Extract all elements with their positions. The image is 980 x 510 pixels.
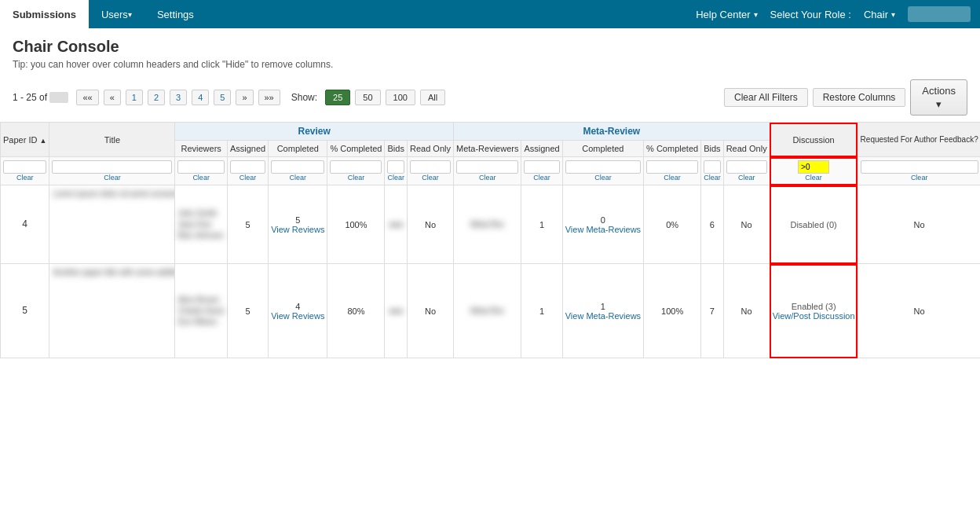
- nav-tab-submissions[interactable]: Submissions: [0, 0, 89, 28]
- filter-meta-reviewers-input[interactable]: [456, 160, 518, 174]
- filter-discussion[interactable]: Clear: [770, 157, 858, 185]
- filter-meta-readonly-clear[interactable]: Clear: [726, 174, 767, 182]
- filter-review-pct-clear[interactable]: Clear: [330, 174, 382, 182]
- filter-meta-bids-input[interactable]: [704, 160, 721, 174]
- cell-meta-readonly-5: No: [723, 264, 770, 358]
- filter-meta-pct-input[interactable]: [646, 160, 698, 174]
- cell-review-assigned-4: 5: [227, 185, 268, 264]
- show-100-btn[interactable]: 100: [386, 90, 415, 105]
- cell-meta-reviewers-4: Meta Rev: [453, 185, 521, 264]
- filter-title-input[interactable]: [52, 160, 172, 174]
- restore-columns-btn[interactable]: Restore Columns: [813, 88, 906, 107]
- filter-review-assigned[interactable]: Clear: [227, 157, 268, 185]
- filter-meta-bids-clear[interactable]: Clear: [704, 174, 721, 182]
- filter-meta-assigned[interactable]: Clear: [521, 157, 562, 185]
- col-review-completed[interactable]: Completed: [269, 141, 327, 157]
- col-paper-id[interactable]: Paper ID ▲: [1, 123, 49, 157]
- page-2-btn[interactable]: 2: [148, 90, 165, 105]
- page-5-btn[interactable]: 5: [214, 90, 231, 105]
- nav-tab-settings[interactable]: Settings: [144, 0, 207, 28]
- next-page-btn[interactable]: »: [236, 90, 253, 105]
- filter-requested-author-input[interactable]: [861, 160, 978, 174]
- filter-reviewers[interactable]: Clear: [175, 157, 227, 185]
- clear-filters-btn[interactable]: Clear All Filters: [724, 88, 808, 107]
- filter-meta-assigned-clear[interactable]: Clear: [524, 174, 559, 182]
- col-review-assigned[interactable]: Assigned: [227, 141, 268, 157]
- filter-review-bids[interactable]: Clear: [385, 157, 408, 185]
- filter-reviewers-input[interactable]: [177, 160, 224, 174]
- filter-requested-author-clear[interactable]: Clear: [861, 174, 978, 182]
- show-25-btn[interactable]: 25: [325, 90, 350, 105]
- show-all-btn[interactable]: All: [420, 90, 445, 105]
- cell-meta-reviewers-5: Meta Rev: [453, 264, 521, 358]
- filter-meta-assigned-input[interactable]: [524, 160, 559, 174]
- col-review-readonly[interactable]: Read Only: [407, 141, 453, 157]
- filter-meta-readonly[interactable]: Clear: [723, 157, 770, 185]
- view-post-discussion-link-5[interactable]: View/Post Discussion: [773, 311, 855, 321]
- filter-review-assigned-clear[interactable]: Clear: [230, 174, 265, 182]
- view-meta-reviews-link-5[interactable]: View Meta-Reviews: [565, 311, 641, 321]
- col-discussion[interactable]: Discussion: [770, 123, 858, 157]
- role-dropdown[interactable]: Chair ▾: [864, 9, 895, 20]
- blurred-reviewers-5: Alice BrownCharlie DavisEve Wilson: [177, 295, 224, 328]
- page-4-btn[interactable]: 4: [192, 90, 209, 105]
- filter-discussion-clear[interactable]: Clear: [773, 174, 855, 182]
- help-center-dropdown[interactable]: Help Center ▾: [696, 9, 757, 20]
- col-reviewers[interactable]: Reviewers: [175, 141, 227, 157]
- nav-tab-users[interactable]: Users ▾: [89, 0, 144, 28]
- paper-id-link-4[interactable]: 4: [22, 219, 27, 230]
- col-meta-pct[interactable]: % Completed: [644, 141, 701, 157]
- cell-review-completed-4: 5 View Reviews: [269, 185, 327, 264]
- first-page-btn[interactable]: ««: [76, 90, 98, 105]
- cell-meta-pct-4: 0%: [644, 185, 701, 264]
- filter-review-completed-input[interactable]: [271, 160, 324, 174]
- filter-meta-completed[interactable]: Clear: [562, 157, 643, 185]
- col-title[interactable]: Title: [49, 123, 175, 157]
- paper-id-link-5[interactable]: 5: [22, 306, 27, 317]
- filter-meta-pct[interactable]: Clear: [644, 157, 701, 185]
- filter-review-pct-input[interactable]: [330, 160, 382, 174]
- col-meta-completed[interactable]: Completed: [562, 141, 643, 157]
- filter-meta-readonly-input[interactable]: [726, 160, 767, 174]
- col-meta-readonly[interactable]: Read Only: [723, 141, 770, 157]
- filter-review-bids-input[interactable]: [387, 160, 404, 174]
- col-review-pct[interactable]: % Completed: [327, 141, 385, 157]
- filter-meta-completed-input[interactable]: [565, 160, 641, 174]
- col-meta-bids[interactable]: Bids: [701, 141, 724, 157]
- filter-review-readonly[interactable]: Clear: [407, 157, 453, 185]
- filter-review-completed-clear[interactable]: Clear: [271, 174, 324, 182]
- filter-meta-pct-clear[interactable]: Clear: [646, 174, 698, 182]
- filter-review-readonly-input[interactable]: [410, 160, 451, 174]
- filter-requested-author[interactable]: Clear: [858, 157, 980, 185]
- filter-meta-reviewers[interactable]: Clear: [453, 157, 521, 185]
- view-reviews-link-4[interactable]: View Reviews: [271, 225, 324, 234]
- filter-meta-bids[interactable]: Clear: [701, 157, 724, 185]
- filter-review-readonly-clear[interactable]: Clear: [410, 174, 451, 182]
- filter-reviewers-clear[interactable]: Clear: [177, 174, 224, 182]
- filter-review-assigned-input[interactable]: [230, 160, 265, 174]
- view-meta-reviews-link-4[interactable]: View Meta-Reviews: [565, 225, 641, 234]
- filter-review-completed[interactable]: Clear: [269, 157, 327, 185]
- filter-review-bids-clear[interactable]: Clear: [387, 174, 404, 182]
- filter-meta-completed-clear[interactable]: Clear: [565, 174, 641, 182]
- filter-paper-id[interactable]: Clear: [1, 157, 49, 185]
- view-reviews-link-5[interactable]: View Reviews: [271, 311, 324, 321]
- last-page-btn[interactable]: »»: [258, 90, 280, 105]
- col-requested-author[interactable]: Requested For Author Feedback?: [858, 123, 980, 157]
- actions-btn[interactable]: Actions ▾: [910, 79, 967, 116]
- filter-paper-id-input[interactable]: [3, 160, 46, 174]
- prev-page-btn[interactable]: «: [104, 90, 121, 105]
- page-3-btn[interactable]: 3: [170, 90, 187, 105]
- col-meta-assigned[interactable]: Assigned: [521, 141, 562, 157]
- show-50-btn[interactable]: 50: [355, 90, 380, 105]
- filter-title[interactable]: Clear: [49, 157, 175, 185]
- cell-review-readonly-4: No: [407, 185, 453, 264]
- col-review-bids[interactable]: Bids: [385, 141, 408, 157]
- filter-paper-id-clear[interactable]: Clear: [3, 174, 46, 182]
- filter-title-clear[interactable]: Clear: [52, 174, 172, 182]
- filter-discussion-input[interactable]: [798, 160, 829, 174]
- page-1-btn[interactable]: 1: [126, 90, 143, 105]
- filter-review-pct[interactable]: Clear: [327, 157, 385, 185]
- col-meta-reviewers[interactable]: Meta-Reviewers: [453, 141, 521, 157]
- filter-meta-reviewers-clear[interactable]: Clear: [456, 174, 518, 182]
